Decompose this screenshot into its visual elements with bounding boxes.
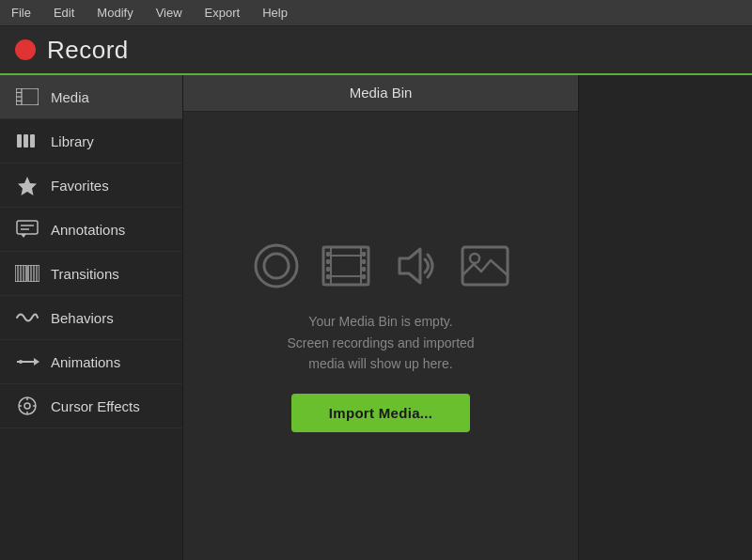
sidebar-item-annotations-label: Annotations xyxy=(51,222,125,238)
media-bin-title: Media Bin xyxy=(350,85,413,101)
svg-rect-43 xyxy=(362,267,366,272)
sidebar-item-favorites[interactable]: Favorites xyxy=(0,163,182,208)
media-bin-message-line3: media will show up here. xyxy=(308,356,452,371)
sidebar-item-media-label: Media xyxy=(51,89,89,105)
menu-view[interactable]: View xyxy=(152,4,186,22)
svg-rect-39 xyxy=(326,267,330,272)
svg-rect-5 xyxy=(17,134,22,148)
svg-marker-45 xyxy=(400,249,420,283)
svg-rect-40 xyxy=(326,274,330,279)
media-bin-icons xyxy=(250,240,511,292)
svg-rect-7 xyxy=(30,134,35,148)
svg-point-31 xyxy=(264,254,289,278)
svg-marker-22 xyxy=(34,358,39,366)
menu-edit[interactable]: Edit xyxy=(50,4,78,22)
sidebar-item-transitions-label: Transitions xyxy=(51,266,119,282)
svg-point-23 xyxy=(19,360,23,364)
sidebar-item-animations[interactable]: Animations xyxy=(0,340,182,384)
sidebar: Media Library Favorites xyxy=(0,75,183,560)
film-empty-icon xyxy=(320,240,372,292)
svg-rect-6 xyxy=(24,134,28,148)
svg-rect-37 xyxy=(326,252,330,257)
main-layout: Media Library Favorites xyxy=(0,75,752,560)
menu-bar: File Edit Modify View Export Help xyxy=(0,0,752,26)
media-icon xyxy=(15,87,39,106)
annotations-icon xyxy=(15,220,39,239)
sidebar-item-cursor-effects[interactable]: Cursor Effects xyxy=(0,384,182,428)
sidebar-item-transitions[interactable]: Transitions xyxy=(0,252,182,296)
media-bin-body: Your Media Bin is empty. Screen recordin… xyxy=(183,112,578,560)
import-media-button[interactable]: Import Media... xyxy=(291,394,470,432)
title-bar: Record xyxy=(0,26,752,75)
media-bin-header: Media Bin xyxy=(183,75,578,112)
menu-help[interactable]: Help xyxy=(258,4,291,22)
sidebar-item-behaviors[interactable]: Behaviors xyxy=(0,296,182,340)
svg-point-30 xyxy=(256,245,297,287)
menu-file[interactable]: File xyxy=(8,4,35,22)
library-icon xyxy=(15,132,39,150)
menu-export[interactable]: Export xyxy=(201,4,244,22)
behaviors-icon xyxy=(15,308,39,327)
content-area: Media Bin xyxy=(183,75,578,560)
sidebar-item-animations-label: Animations xyxy=(51,354,120,370)
svg-marker-10 xyxy=(21,234,26,238)
transitions-icon xyxy=(15,264,39,283)
sidebar-item-favorites-label: Favorites xyxy=(51,178,109,194)
svg-point-47 xyxy=(470,254,479,263)
media-bin-message: Your Media Bin is empty. Screen recordin… xyxy=(287,311,474,374)
favorites-icon xyxy=(15,176,39,194)
svg-rect-38 xyxy=(326,259,330,264)
audio-empty-icon xyxy=(389,240,442,292)
image-empty-icon xyxy=(459,240,511,292)
svg-marker-8 xyxy=(18,177,37,195)
media-bin-message-line1: Your Media Bin is empty. xyxy=(308,314,452,329)
svg-rect-9 xyxy=(17,221,38,234)
svg-rect-41 xyxy=(362,252,366,257)
menu-modify[interactable]: Modify xyxy=(93,4,136,22)
animations-icon xyxy=(15,352,39,371)
sidebar-item-library-label: Library xyxy=(51,133,94,149)
record-dot-icon xyxy=(15,39,36,60)
right-panel xyxy=(578,75,752,560)
svg-rect-44 xyxy=(362,274,366,279)
sidebar-item-media[interactable]: Media xyxy=(0,75,182,119)
sidebar-item-annotations[interactable]: Annotations xyxy=(0,208,182,252)
record-empty-icon xyxy=(250,240,303,292)
svg-point-25 xyxy=(24,403,30,409)
sidebar-item-cursor-effects-label: Cursor Effects xyxy=(51,398,140,414)
cursor-effects-icon xyxy=(15,397,39,415)
sidebar-item-library[interactable]: Library xyxy=(0,119,182,163)
svg-rect-42 xyxy=(362,259,366,264)
media-bin-message-line2: Screen recordings and imported xyxy=(287,335,474,350)
page-title: Record xyxy=(47,36,129,65)
sidebar-item-behaviors-label: Behaviors xyxy=(51,310,114,326)
